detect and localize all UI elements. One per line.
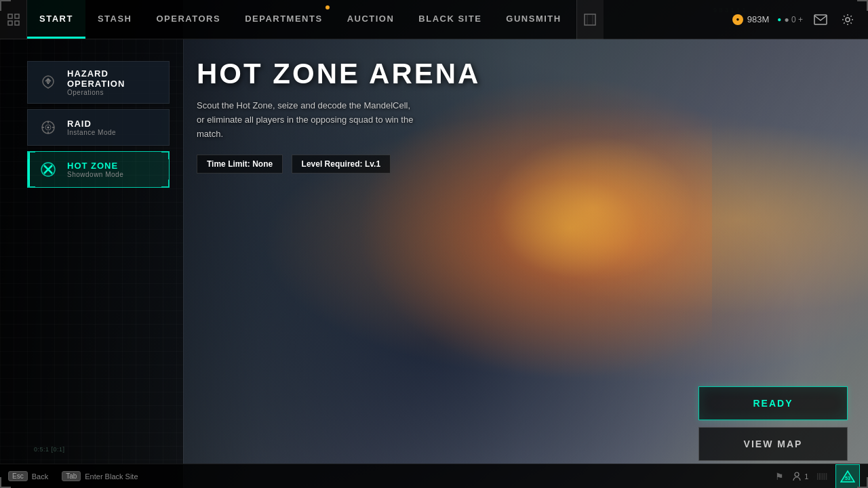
triangle-logo: 53 bbox=[835, 464, 860, 489]
sidebar-menu: Hazard Operation Operations RAID Instanc… bbox=[27, 61, 170, 188]
topbar-right: ● 983M ● ● 0 + bbox=[732, 10, 868, 29]
svg-text:53: 53 bbox=[845, 476, 850, 481]
enter-black-site-button[interactable]: Tab Enter Black Site bbox=[62, 471, 138, 481]
sidebar-item-hazard-operation[interactable]: Hazard Operation Operations bbox=[27, 61, 170, 104]
time-limit-tag: Time Limit: None bbox=[197, 155, 283, 174]
bracket-br bbox=[161, 180, 170, 188]
svg-rect-7 bbox=[814, 15, 827, 24]
mail-button[interactable] bbox=[811, 10, 830, 29]
tab-start[interactable]: START bbox=[27, 0, 85, 39]
back-key: Esc bbox=[8, 471, 28, 481]
player-count-display: 1 bbox=[792, 472, 808, 481]
tab-operators[interactable]: OPERATORS bbox=[144, 0, 233, 39]
hazard-operation-icon bbox=[37, 72, 59, 94]
back-button[interactable]: Esc Back bbox=[8, 471, 48, 481]
main-content: HOT ZONE ARENA Scout the Hot Zone, seize… bbox=[183, 39, 868, 488]
level-required-tag: Level Required: Lv.1 bbox=[292, 155, 391, 174]
svg-rect-4 bbox=[585, 14, 595, 25]
svg-rect-1 bbox=[15, 14, 19, 18]
hazard-operation-subtitle: Operations bbox=[67, 89, 159, 96]
tab-black-site[interactable]: BLACK SITE bbox=[406, 0, 494, 39]
raid-title: RAID bbox=[67, 119, 116, 129]
svg-point-8 bbox=[846, 18, 850, 22]
svg-rect-3 bbox=[15, 21, 19, 25]
sidebar-item-raid[interactable]: RAID Instance Mode bbox=[27, 109, 170, 146]
corner-tl bbox=[0, 0, 11, 11]
bracket-tr bbox=[161, 151, 170, 159]
topbar: START STASH OPERATORS DEPARTMENTS AUCTIO… bbox=[0, 0, 868, 39]
tab-departments[interactable]: DEPARTMENTS bbox=[233, 0, 334, 39]
bottombar-right: ⚑ 1 |||||| 53 bbox=[775, 464, 860, 489]
enter-key: Tab bbox=[62, 471, 81, 481]
bottombar: Esc Back Tab Enter Black Site ⚑ 1 ||||||… bbox=[0, 464, 868, 488]
tab-gunsmith[interactable]: GUNSMITH bbox=[494, 0, 573, 39]
zone-title: HOT ZONE ARENA bbox=[197, 60, 848, 88]
svg-rect-2 bbox=[8, 21, 12, 25]
flag-icon: ⚑ bbox=[775, 471, 784, 482]
bracket-tl bbox=[27, 151, 35, 159]
player-icon bbox=[792, 472, 802, 481]
triangle-icon: 53 bbox=[840, 470, 855, 483]
tab-auction[interactable]: AUCTION bbox=[335, 0, 407, 39]
sidebar-item-hot-zone[interactable]: Hot Zone Showdown Mode bbox=[27, 151, 170, 188]
bottom-separator: |||||| bbox=[816, 472, 827, 480]
hazard-operation-title: Hazard Operation bbox=[67, 68, 159, 89]
debug-text-left: 0:5:1 [0:1] bbox=[34, 446, 65, 453]
player-count: 1 bbox=[804, 472, 808, 481]
currency-display: ● 983M bbox=[732, 14, 770, 25]
corner-bl bbox=[0, 477, 11, 488]
back-label: Back bbox=[32, 472, 48, 481]
hot-zone-subtitle: Showdown Mode bbox=[67, 171, 123, 178]
corner-icon-right bbox=[576, 0, 604, 39]
hot-zone-icon bbox=[37, 159, 59, 180]
corner-tr bbox=[857, 0, 868, 11]
svg-point-19 bbox=[795, 472, 799, 476]
hot-zone-title: Hot Zone bbox=[67, 161, 123, 171]
info-tags-container: Time Limit: None Level Required: Lv.1 bbox=[197, 155, 848, 179]
svg-rect-0 bbox=[8, 14, 12, 18]
svg-point-15 bbox=[47, 127, 50, 129]
departments-indicator bbox=[326, 5, 330, 9]
raid-icon bbox=[37, 117, 59, 138]
tab-stash[interactable]: STASH bbox=[85, 0, 144, 39]
bracket-bl bbox=[27, 180, 35, 188]
raid-subtitle: Instance Mode bbox=[67, 129, 116, 136]
enter-label: Enter Black Site bbox=[85, 472, 138, 481]
currency-value: 983M bbox=[747, 14, 770, 24]
currency-icon: ● bbox=[732, 14, 743, 25]
settings-button[interactable] bbox=[838, 10, 857, 29]
corner-br bbox=[857, 477, 868, 488]
zone-description: Scout the Hot Zone, seize and decode the… bbox=[197, 99, 414, 141]
plus-indicator: ● ● 0 + bbox=[777, 15, 803, 24]
topbar-nav: START STASH OPERATORS DEPARTMENTS AUCTIO… bbox=[0, 0, 604, 39]
